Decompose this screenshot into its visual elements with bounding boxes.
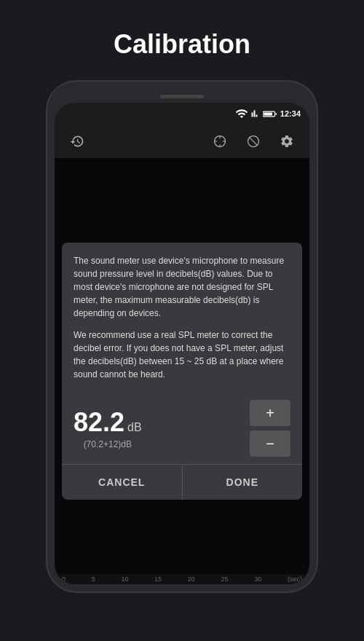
target-svg [213,134,227,149]
dialog-body: The sound meter use device's microphone … [62,243,302,393]
svg-line-9 [249,137,258,146]
axis-label-10: 10 [121,575,128,583]
phone-speaker [160,95,204,98]
minus-button[interactable]: − [250,430,290,457]
value-section: 82.2 dB (70.2+12)dB + − [62,393,302,464]
settings-svg [280,134,294,149]
dialog-buttons: CANCEL DONE [62,464,302,500]
svg-rect-1 [264,112,272,115]
dialog-overlay: The sound meter use device's microphone … [55,158,309,584]
axis-label-5: 5 [92,575,95,583]
main-value-unit: dB [127,421,142,434]
svg-rect-2 [275,113,277,115]
axis-label-25: 25 [221,575,229,583]
dialog-box: The sound meter use device's microphone … [62,243,302,500]
value-buttons: + − [250,400,290,457]
status-bar: 12:34 [55,103,309,125]
battery-icon [263,110,277,118]
phone-shell: 12:34 [47,82,317,591]
dialog-text-2: We recommend use a real SPL meter to cor… [74,329,290,381]
plus-button[interactable]: + [250,400,290,426]
settings-icon[interactable] [276,130,298,152]
history-svg [70,134,84,149]
history-icon[interactable] [66,130,88,152]
value-display: 82.2 dB (70.2+12)dB [74,407,142,449]
cancel-button[interactable]: CANCEL [62,465,183,500]
wifi-icon [235,107,248,120]
axis-label-30: 30 [254,575,261,583]
status-icons: 12:34 [235,107,301,120]
axis-label-15: 15 [154,575,162,583]
signal-icon [251,109,260,118]
block-svg [246,134,261,149]
axis-label-0: 0 [62,575,66,583]
main-value: 82.2 dB [74,407,142,438]
screen-content: The sound meter use device's microphone … [55,158,309,584]
page-title: Calibration [114,29,250,60]
phone-screen: 12:34 [55,103,309,584]
block-icon[interactable] [242,130,264,152]
dialog-text-1: The sound meter use device's microphone … [74,254,290,320]
app-toolbar [55,125,309,158]
main-value-number: 82.2 [74,407,124,438]
done-button[interactable]: DONE [183,465,303,500]
sub-value: (70.2+12)dB [84,439,132,449]
bottom-axis: 0 5 10 15 20 25 30 (sec) [55,574,309,584]
axis-label-20: 20 [188,575,195,583]
axis-unit: (sec) [288,575,302,583]
toolbar-right [209,130,298,152]
status-time: 12:34 [280,109,301,118]
target-icon[interactable] [209,130,231,152]
